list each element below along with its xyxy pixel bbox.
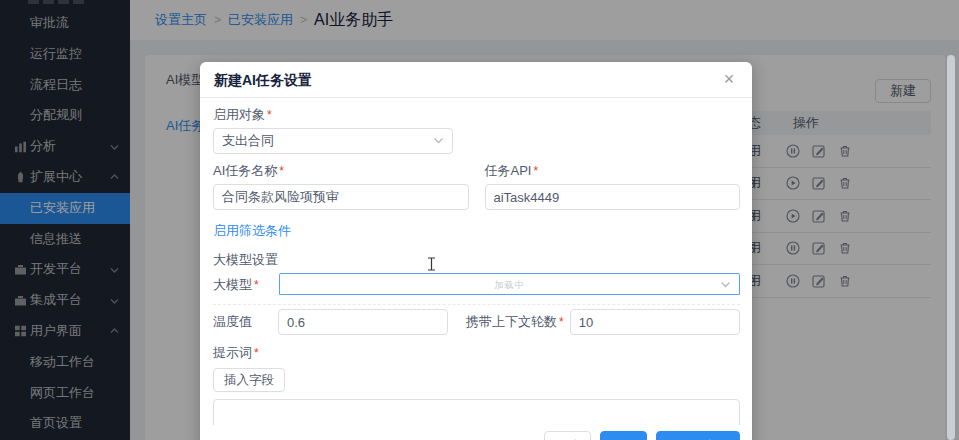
required-mark: * — [533, 164, 538, 178]
save-button[interactable]: 保存 — [600, 431, 647, 440]
app-screen: 审批流 运行监控 流程日志 分配规则 分析 扩展中心 已安装应用 信息推送 开发… — [0, 0, 959, 440]
save-and-enable-button[interactable]: 保存并启用 — [656, 431, 741, 440]
context-rounds-input[interactable] — [571, 310, 739, 334]
page-scrollbar[interactable] — [947, 55, 955, 440]
context-rounds-label: 携带上下文轮数* — [466, 313, 564, 331]
chevron-down-icon — [720, 279, 731, 290]
required-mark: * — [267, 108, 272, 122]
model-label: 大模型* — [213, 273, 279, 294]
context-rounds-field — [570, 309, 740, 335]
prompt-label: 提示词* — [213, 344, 740, 362]
model-section-label: 大模型设置 — [213, 251, 740, 269]
task-api-input[interactable] — [486, 185, 740, 209]
task-name-label: AI任务名称* — [213, 162, 469, 180]
model-select[interactable]: 加载中 — [279, 273, 740, 295]
required-mark: * — [279, 164, 284, 178]
modal-footer: 取消 保存 保存并启用 — [200, 425, 752, 440]
enable-object-label: 启用对象* — [213, 106, 740, 124]
task-name-input[interactable] — [214, 185, 468, 209]
new-ai-task-modal: 新建AI任务设置 × 启用对象* 支出合同 AI任务名称* 任务API* 启用筛… — [200, 62, 752, 440]
required-mark: * — [254, 278, 259, 292]
temperature-field — [278, 309, 448, 335]
dropdown-panel-edge — [213, 298, 740, 305]
task-api-field — [485, 184, 741, 210]
modal-title: 新建AI任务设置 — [214, 62, 312, 98]
cancel-button[interactable]: 取消 — [544, 431, 591, 440]
insert-field-button[interactable]: 插入字段 — [213, 368, 285, 392]
modal-body: 启用对象* 支出合同 AI任务名称* 任务API* 启用筛选条件 大模型设置 大… — [200, 98, 752, 440]
required-mark: * — [559, 315, 564, 329]
temperature-label: 温度值 — [213, 313, 278, 331]
close-icon[interactable]: × — [718, 69, 740, 91]
modal-header: 新建AI任务设置 × — [200, 62, 752, 98]
task-api-label: 任务API* — [485, 162, 741, 180]
chevron-down-icon — [433, 135, 444, 146]
enable-filter-link[interactable]: 启用筛选条件 — [213, 222, 291, 240]
required-mark: * — [254, 346, 259, 360]
enable-object-select[interactable]: 支出合同 — [213, 128, 453, 154]
enable-object-value: 支出合同 — [214, 129, 452, 153]
temperature-input[interactable] — [279, 310, 447, 334]
model-dropdown-hint: 加载中 — [280, 279, 739, 292]
task-name-field — [213, 184, 469, 210]
